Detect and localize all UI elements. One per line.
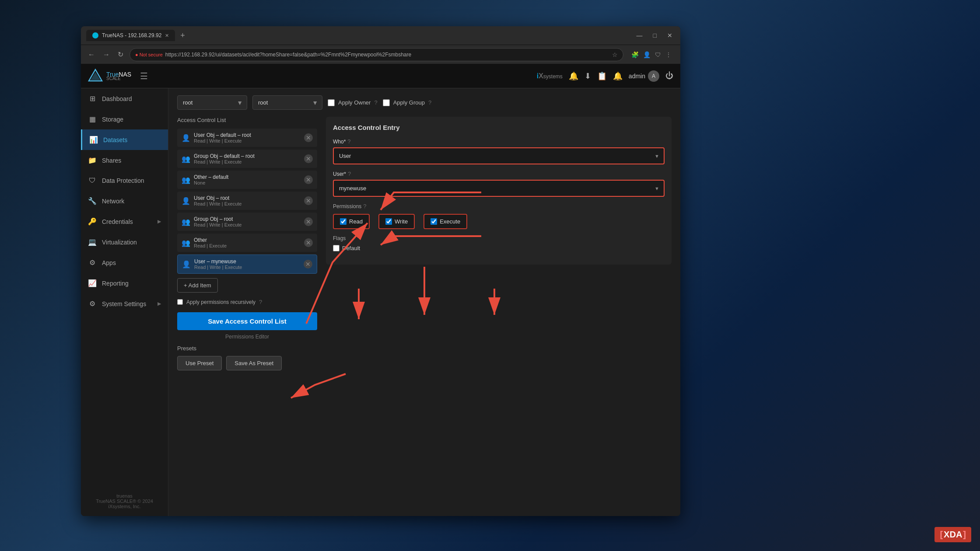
apply-recursively-help[interactable]: ? [259,299,262,305]
acl-item-7[interactable]: 👤 User – mynewuse Read | Write | Execute… [177,255,317,274]
alerts-icon[interactable]: 🔔 [613,71,623,81]
flags-form-group: Flags Default [333,235,665,251]
permissions-checkboxes: Read Write Execute [333,214,665,229]
user-select-wrapper: mynewuse root [333,180,665,197]
sidebar-item-system-settings[interactable]: ⚙ System Settings ▶ [81,293,168,314]
group-select[interactable]: root [252,95,322,110]
acl-item-1[interactable]: 👤 User Obj – default – root Read | Write… [177,129,317,147]
acl-item-5[interactable]: 👥 Group Obj – root Read | Write | Execut… [177,213,317,231]
perm-write-checkbox[interactable]: Write [378,214,415,229]
acl-item-4[interactable]: 👤 User Obj – root Read | Write | Execute… [177,192,317,210]
bookmark-icon[interactable]: ☆ [612,51,618,58]
acl-item-info-2: Group Obj – default – root Read | Write … [194,153,301,164]
sidebar-item-credentials[interactable]: 🔑 Credentials ▶ [81,211,168,232]
tab-favicon [92,32,98,38]
acl-item-info-6: Other Read | Execute [194,237,301,248]
nav-back-button[interactable]: ← [86,49,97,60]
window-minimize[interactable]: — [634,31,645,40]
apply-group-help[interactable]: ? [428,99,431,106]
power-icon[interactable]: ⏻ [665,71,673,80]
xda-bracket-right: ] [963,530,966,540]
sidebar-item-dashboard[interactable]: ⊞ Dashboard [81,88,168,109]
jobs-icon[interactable]: 📋 [597,71,607,81]
acl-item-delete-4[interactable]: ✕ [304,196,313,205]
perm-execute-checkbox[interactable]: Execute [424,214,467,229]
acl-item-perms-4: Read | Write | Execute [194,201,301,206]
sidebar-item-reporting[interactable]: 📈 Reporting [81,273,168,293]
datasets-label: Datasets [103,136,127,143]
use-preset-button[interactable]: Use Preset [177,356,222,370]
logo-text: TrueNAS SCALE [106,71,131,81]
save-as-preset-button[interactable]: Save As Preset [226,356,282,370]
apply-owner-help[interactable]: ? [374,99,377,106]
sidebar-item-data-protection[interactable]: 🛡 Data Protection [81,171,168,191]
notifications-icon[interactable]: 🔔 [569,71,578,81]
acl-item-delete-7[interactable]: ✕ [304,260,312,269]
sidebar-item-virtualization[interactable]: 💻 Virtualization [81,232,168,252]
nav-refresh-button[interactable]: ↻ [116,49,125,60]
extensions-icon[interactable]: 🧩 [631,51,639,58]
sidebar-item-shares[interactable]: 📁 Shares [81,150,168,171]
sidebar-item-network[interactable]: 🔧 Network [81,191,168,211]
flag-default-input[interactable] [333,245,340,251]
apply-group-checkbox[interactable] [383,99,390,106]
acl-group-icon-3: 👥 [182,176,190,184]
profile-icon[interactable]: 👤 [643,51,651,58]
shield-icon[interactable]: 🛡 [655,51,661,58]
sidebar-item-storage[interactable]: ▦ Storage [81,109,168,129]
perm-write-input[interactable] [385,218,392,225]
window-close[interactable]: ✕ [665,31,675,40]
save-acl-button[interactable]: Save Access Control List [177,312,317,330]
permissions-help-icon[interactable]: ? [363,203,366,209]
nav-forward-button[interactable]: → [101,49,112,60]
version: TrueNAS SCALE® © 2024 [88,499,161,504]
presets-title: Presets [177,345,317,352]
owner-select[interactable]: root [177,95,247,110]
acl-item-6[interactable]: 👥 Other Read | Execute ✕ [177,234,317,252]
acl-item-delete-2[interactable]: ✕ [304,154,313,163]
browser-addressbar: ← → ↻ ● Not secure https://192.168.29.92… [81,45,680,64]
browser-tab[interactable]: TrueNAS - 192.168.29.92 ✕ [86,30,175,41]
credentials-icon: 🔑 [88,217,97,226]
menu-icon[interactable]: ⋮ [665,51,672,58]
tab-close-button[interactable]: ✕ [165,33,169,38]
add-item-button[interactable]: + Add Item [177,278,218,293]
reporting-label: Reporting [102,280,129,287]
data-protection-icon: 🛡 [88,177,97,185]
apply-owner-checkbox[interactable] [328,99,335,106]
address-bar[interactable]: ● Not secure https://192.168.29.92/ui/da… [130,48,623,61]
sidebar-item-apps[interactable]: ⚙ Apps [81,252,168,273]
who-select[interactable]: User Group Other [333,147,665,164]
user-select[interactable]: mynewuse root [333,180,665,197]
acl-item-delete-6[interactable]: ✕ [304,238,313,247]
tasks-icon[interactable]: ⬇ [584,71,591,81]
acl-item-info-3: Other – default None [194,174,301,185]
apps-label: Apps [102,259,116,266]
presets-section: Presets Use Preset Save As Preset [177,345,317,370]
window-maximize[interactable]: □ [651,31,659,40]
acl-item-delete-1[interactable]: ✕ [304,133,313,142]
acl-user-icon-1: 👤 [182,134,190,142]
permissions-editor-label: Permissions Editor [177,334,317,340]
perm-execute-input[interactable] [430,218,437,225]
reporting-icon: 📈 [88,279,97,287]
dashboard-icon: ⊞ [88,94,97,103]
acl-item-3[interactable]: 👥 Other – default None ✕ [177,171,317,189]
new-tab-button[interactable]: + [180,31,185,40]
flag-default-checkbox[interactable]: Default [333,245,665,251]
user-help-icon[interactable]: ? [348,171,351,177]
acl-item-delete-5[interactable]: ✕ [304,217,313,226]
sidebar-item-datasets[interactable]: 📊 Datasets [81,129,168,150]
who-help-icon[interactable]: ? [347,138,350,145]
acl-item-2[interactable]: 👥 Group Obj – default – root Read | Writ… [177,150,317,168]
perm-read-input[interactable] [340,218,346,225]
apply-recursively-checkbox[interactable] [177,299,183,305]
apply-group-checkbox-row[interactable]: Apply Group ? [383,99,432,106]
hamburger-menu[interactable]: ☰ [140,71,148,81]
acl-group-icon-6: 👥 [182,239,190,247]
perm-read-checkbox[interactable]: Read [333,214,370,229]
acl-item-delete-3[interactable]: ✕ [304,175,313,184]
admin-button[interactable]: admin A [629,70,659,82]
apply-owner-checkbox-row[interactable]: Apply Owner ? [328,99,378,106]
acl-item-name-1: User Obj – default – root [194,132,301,138]
